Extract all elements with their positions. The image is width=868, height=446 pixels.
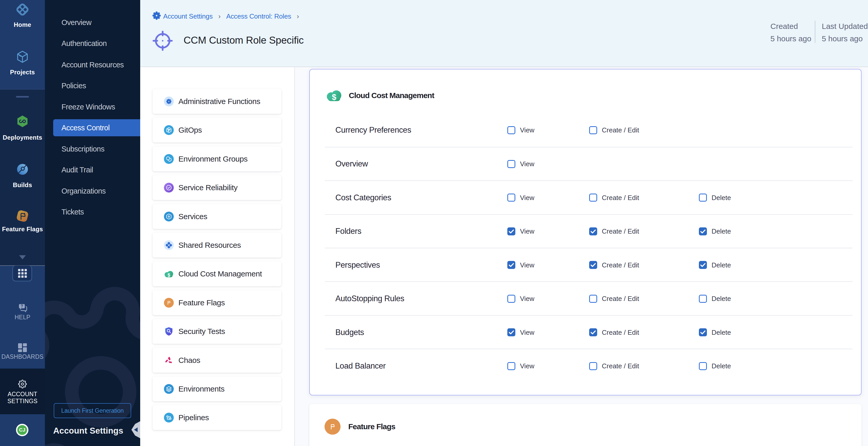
svg-text:?: ? — [21, 304, 23, 309]
svg-text:$: $ — [167, 272, 170, 278]
svg-text:$: $ — [332, 93, 336, 102]
